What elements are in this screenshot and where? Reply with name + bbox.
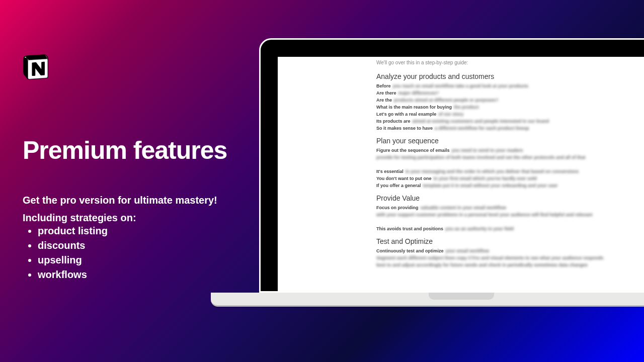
doc-section-heading: Analyze your products and customers [376, 72, 644, 80]
strategies-list: product listing discounts upselling work… [23, 224, 249, 282]
doc-section: Analyze your products and customersBefor… [376, 72, 644, 131]
doc-blurred-line: Let's go with a real exampleof our story [376, 112, 644, 117]
doc-blurred-line: provide for testing participation of bot… [376, 155, 644, 160]
doc-blurred-line: Continuously test and optimizeyour email… [376, 248, 644, 253]
doc-blurred-line: So it makes sense to havea different wor… [376, 126, 644, 131]
doc-section: Provide ValueFocus on providingvaluable … [376, 194, 644, 231]
doc-blurred-line: Its products areaimed at existing custom… [376, 119, 644, 124]
doc-blurred-line: Focus on providingvaluable content in yo… [376, 205, 644, 210]
doc-blurred-line: Figure out the sequence of emailsyou nee… [376, 148, 644, 153]
doc-intro-text: We'll go over this in a step-by-step gui… [376, 60, 644, 65]
doc-section: Plan your sequenceFigure out the sequenc… [376, 137, 644, 188]
laptop-mockup: We'll go over this in a step-by-step gui… [259, 38, 644, 307]
laptop-base [211, 293, 644, 307]
list-item: upselling [38, 253, 249, 267]
doc-blurred-line: Beforeyou reach an email workflow take a… [376, 83, 644, 88]
doc-blurred-line: This avoids trust and positionsyou as an… [376, 226, 644, 231]
doc-blurred-line [376, 162, 644, 167]
notion-logo-icon [23, 54, 49, 80]
page-title: Premium features [23, 137, 249, 164]
marketing-copy: Premium features Get the pro version for… [23, 137, 249, 282]
doc-blurred-line [376, 219, 644, 224]
doc-blurred-line: Segment each different subject lines cop… [376, 255, 644, 260]
list-item: discounts [38, 238, 249, 253]
doc-section: Test and OptimizeContinuously test and o… [376, 237, 644, 267]
list-item: product listing [38, 224, 249, 238]
strategies-label: Including strategies on: [23, 212, 249, 224]
doc-blurred-line: You don't want to put onein your first e… [376, 176, 644, 181]
list-item: workflows [38, 267, 249, 282]
doc-section-heading: Provide Value [376, 194, 644, 202]
subtitle: Get the pro version for ultimate mastery… [23, 195, 249, 206]
doc-blurred-line: best to and adjust accordingly for futur… [376, 262, 644, 267]
doc-blurred-line: What is the main reason for buyingthe pr… [376, 105, 644, 110]
doc-blurred-line: If you offer a generaltemplate put it in… [376, 183, 644, 188]
doc-blurred-line: It's essentialin your messaging and the … [376, 169, 644, 174]
document-preview: We'll go over this in a step-by-step gui… [278, 57, 644, 291]
doc-section-heading: Plan your sequence [376, 137, 644, 145]
laptop-trackpad-notch [429, 293, 494, 300]
doc-blurred-line: Are theproducts aimed at different peopl… [376, 98, 644, 103]
doc-blurred-line: Are theremajor differences? [376, 90, 644, 96]
doc-blurred-line: with your support customer problems in a… [376, 212, 644, 217]
laptop-screen-bezel: We'll go over this in a step-by-step gui… [259, 38, 644, 293]
doc-section-heading: Test and Optimize [376, 237, 644, 245]
